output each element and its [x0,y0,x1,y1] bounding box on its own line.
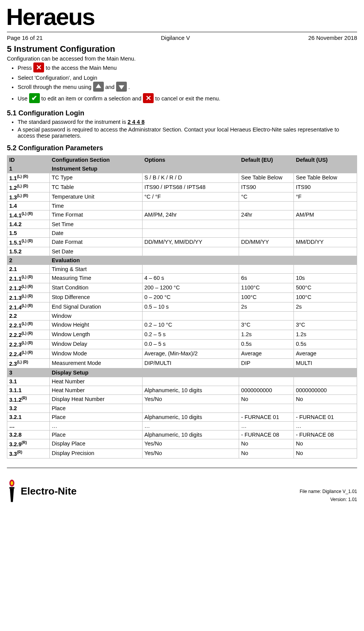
cell-id: 1.4 [7,202,50,210]
cell-options [142,229,239,238]
cell-eu: - FURNACE 08 [239,431,294,439]
list-item: A special password is required to access… [18,127,357,139]
table-row: 1.1(L) (R)TC TypeS / B / K / R / DSee Ta… [7,173,357,183]
cell-section: End Signal Duration [49,302,142,312]
table-row: 1.3(L) (R)Temperature Unit°C / °F°C°F [7,192,357,202]
col-default-us: Default (US) [294,156,357,164]
subsection-heading: 5.1 Configuration Login [7,109,357,117]
cell-eu [239,202,294,210]
table-header-row: ID Configuration Section Options Default… [7,156,357,164]
cell-options: … [142,422,239,431]
col-default-eu: Default (EU) [239,156,294,164]
svg-point-3 [11,481,13,485]
cell-eu: 0000000000 [239,386,294,394]
cell-options: Alphanumeric, 10 digits [142,431,239,439]
table-row: 2.1Timing & Start [7,265,357,274]
cell-id: 1 [7,164,50,173]
cell-eu: 6s [239,274,294,283]
cell-options [142,202,239,210]
cell-section: Date Format [49,238,142,247]
version-text: Version: 1.01 [300,496,357,503]
cell-us [294,247,357,256]
table-row: 1.2(L) (R)TC TableITS90 / IPTS68 / IPTS4… [7,182,357,192]
cell-section: Time [49,202,142,210]
footer-logo-text: Electro-Nite [21,485,77,497]
cell-id: 1.5.2 [7,247,50,256]
cell-options: AM/PM, 24hr [142,210,239,220]
cell-eu [239,229,294,238]
footer-meta: File name: Digilance V_1.01 Version: 1.0… [300,488,357,503]
cell-id: 1.1(L) (R) [7,173,50,183]
cell-section: Measuring Time [49,274,142,283]
cell-us: 2s [294,302,357,312]
cell-id: 2.1.2(L) (R) [7,283,50,292]
cell-us: 100°C [294,292,357,302]
table-row: 3.1Heat Number [7,377,357,386]
cell-options [142,368,239,377]
cell-section: Display Setup [49,368,142,377]
table-row: 2.2.4(L) (R)Window ModeAverage, (Min-Max… [7,349,357,358]
cell-options: 200 – 1200 °C [142,283,239,292]
col-options: Options [142,156,239,164]
cell-us: - FURNACE 01 [294,413,357,422]
table-row: 2.1.2(L) (R)Start Condition200 – 1200 °C… [7,283,357,292]
cell-eu: No [239,394,294,404]
filename-value: Digilance V_1.01 [322,489,357,494]
col-id: ID [7,156,50,164]
cell-eu [239,164,294,173]
cell-options: DD/MM/YY, MM/DD/YY [142,238,239,247]
cell-eu: No [239,439,294,449]
cell-options [142,256,239,265]
table-row: 2.1.4(L) (R)End Signal Duration0.5 – 10 … [7,302,357,312]
cell-options [142,377,239,386]
cell-us: … [294,422,357,431]
cell-id: 2.3(L) (R) [7,358,50,368]
list-item: Press ✕ to the access the Main Menu [18,63,357,73]
page-footer: Electro-Nite File name: Digilance V_1.01… [7,479,357,503]
table-row: 2.2Window [7,312,357,320]
text: to cancel or exit the menu. [155,95,220,102]
cell-section: Window Height [49,320,142,330]
cell-us: - FURNACE 08 [294,431,357,439]
cell-section: Window [49,312,142,320]
cell-id: 3.1 [7,377,50,386]
table-row: 2Evaluation [7,256,357,265]
cell-us: MM/DD/YY [294,238,357,247]
list-item: Scroll through the menu using and . [18,82,357,92]
list-item: Use ✔ to edit an item or confirm a selec… [18,94,357,104]
table-row: 2.1.3(L) (R)Stop Difference0 – 200 °C100… [7,292,357,302]
cell-us: 0000000000 [294,386,357,394]
brand-logo: Heraeus [6,3,357,30]
cell-us [294,265,357,274]
cell-eu [239,265,294,274]
cell-eu [239,312,294,320]
cell-options: 4 – 60 s [142,274,239,283]
table-row: 3.2Place [7,404,357,413]
cell-options [142,404,239,413]
cell-section: Place [49,404,142,413]
cell-section: TC Table [49,182,142,192]
cell-us: No [294,439,357,449]
cell-us [294,164,357,173]
cell-us [294,368,357,377]
cell-section: Evaluation [49,256,142,265]
filename-label: File name: [300,489,321,494]
cell-id: 3 [7,368,50,377]
check-icon: ✔ [29,93,40,103]
cell-us [294,312,357,320]
arrow-down-icon [116,82,127,92]
table-row: 3.2.9(R)Display PlaceYes/NoNoNo [7,439,357,449]
cell-section: Date [49,229,142,238]
login-list: The standard password for the instrument… [18,119,357,139]
cell-section: Display Precision [49,449,142,458]
intro-text: Configuration can be accessed from the M… [7,56,357,62]
table-row: 1.4.2Set Time [7,220,357,229]
cell-us [294,229,357,238]
cell-options: 0.2 – 5 s [142,330,239,340]
cell-us: 500°C [294,283,357,292]
cell-section: Window Length [49,330,142,340]
cell-section: Stop Difference [49,292,142,302]
cell-section: Instrument Setup [49,164,142,173]
page-header: Page 16 of 21 Digilance V 26 November 20… [7,35,357,41]
cell-options: ITS90 / IPTS68 / IPTS48 [142,182,239,192]
